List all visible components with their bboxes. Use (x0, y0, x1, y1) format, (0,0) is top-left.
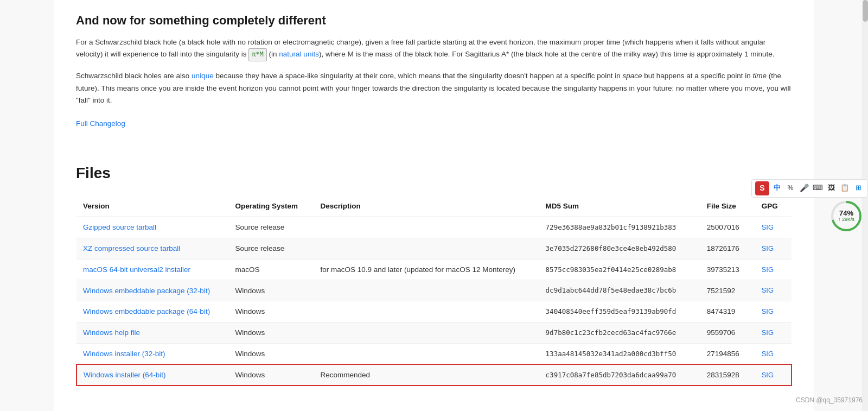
chinese-input-icon[interactable]: 中 (771, 182, 783, 194)
scrollbar-thumb[interactable] (863, 0, 868, 22)
csdn-watermark: CSDN @qq_35971976 (796, 395, 863, 406)
file-version-link[interactable]: Windows installer (32-bit) (83, 350, 165, 358)
files-table: Version Operating System Description MD5… (76, 196, 792, 385)
file-version-link[interactable]: XZ compressed source tarball (83, 244, 180, 252)
space-italic: space (622, 72, 642, 80)
cell-os: Windows (228, 280, 314, 301)
cell-size: 25007016 (700, 217, 755, 238)
table-row: Windows installer (64-bit)WindowsRecomme… (76, 364, 792, 385)
cell-md5: 8575cc983035ea2f0414e25ce0289ab8 (539, 259, 700, 280)
image-icon[interactable]: 🖼 (825, 182, 837, 194)
files-section: Files Version Operating System Descripti… (76, 161, 792, 386)
cell-size: 27194856 (700, 343, 755, 364)
cell-gpg: SIG (755, 301, 792, 323)
cell-description: Recommended (314, 364, 539, 385)
circle-center: 74% ↑ 29K/s (838, 209, 854, 222)
cell-md5: c3917c08a7fe85db7203da6dcaa99a70 (539, 364, 700, 385)
cell-md5: dc9d1abc644dd78f5e48edae38c7bc6b (539, 280, 700, 301)
sogou-icon[interactable]: S (755, 181, 769, 195)
sig-link[interactable]: SIG (762, 244, 774, 252)
files-title: Files (76, 161, 792, 186)
file-version-link[interactable]: Windows help file (83, 328, 140, 337)
sig-link[interactable]: SIG (762, 307, 774, 315)
cell-gpg: SIG (755, 343, 792, 364)
windows-icon[interactable]: ⊞ (852, 182, 864, 194)
file-version-link[interactable]: macOS 64-bit universal2 installer (83, 265, 190, 274)
taskbar-overlay: S 中 % 🎤 ⌨ 🖼 📋 ⊞ 74% ↑ 29K/s (751, 179, 868, 232)
intro-para2: Schwarzschild black holes are also uniqu… (76, 70, 792, 106)
table-row: macOS 64-bit universal2 installermacOSfo… (76, 259, 792, 280)
cell-gpg: SIG (755, 259, 792, 280)
time-italic: time (753, 72, 767, 80)
cell-size: 8474319 (700, 301, 755, 323)
page-container: And now for something completely differe… (54, 0, 814, 411)
cell-version: macOS 64-bit universal2 installer (76, 259, 228, 280)
natural-units-link[interactable]: natural units (279, 50, 319, 58)
cell-md5: 340408540eeff359d5eaf93139ab90fd (539, 301, 700, 323)
taskbar-icons-bar: S 中 % 🎤 ⌨ 🖼 📋 ⊞ (751, 179, 868, 198)
sig-link[interactable]: SIG (762, 350, 774, 358)
table-row: Windows help fileWindows9d7b80c1c23cfb2c… (76, 323, 792, 344)
unique-link[interactable]: unique (192, 72, 214, 80)
cell-os: Source release (228, 238, 314, 259)
cell-size: 39735213 (700, 259, 755, 280)
math-expression: π*M (248, 48, 267, 61)
table-row: Gzipped source tarballSource release729e… (76, 217, 792, 238)
page-heading: And now for something completely differe… (76, 11, 792, 30)
cell-md5: 3e7035d272680f80e3ce4e8eb492d580 (539, 238, 700, 259)
cell-version: Gzipped source tarball (76, 217, 228, 238)
cell-os: Windows (228, 323, 314, 344)
sig-link[interactable]: SIG (762, 328, 774, 337)
table-row: Windows embeddable package (32-bit)Windo… (76, 280, 792, 301)
changelog-section: Full Changelog (76, 117, 792, 145)
cell-description: for macOS 10.9 and later (updated for ma… (314, 259, 539, 280)
intro-para1-in: (in (267, 50, 279, 58)
percent-display: 74% (838, 209, 854, 217)
sig-link[interactable]: SIG (762, 286, 774, 294)
cell-gpg: SIG (755, 238, 792, 259)
cell-description (314, 280, 539, 301)
file-version-link[interactable]: Windows installer (64-bit) (84, 371, 166, 379)
intro-para1: For a Schwarzschild black hole (a black … (76, 36, 792, 61)
file-version-link[interactable]: Windows embeddable package (64-bit) (83, 307, 210, 315)
cell-version: Windows help file (76, 323, 228, 344)
cell-gpg: SIG (755, 323, 792, 344)
cell-gpg: SIG (755, 364, 792, 385)
cell-description (314, 343, 539, 364)
col-header-md5: MD5 Sum (539, 196, 700, 217)
cell-size: 9559706 (700, 323, 755, 344)
table-header-row: Version Operating System Description MD5… (76, 196, 792, 217)
col-header-os: Operating System (228, 196, 314, 217)
cell-md5: 729e36388ae9a832b01cf9138921b383 (539, 217, 700, 238)
cell-size: 18726176 (700, 238, 755, 259)
cell-version: XZ compressed source tarball (76, 238, 228, 259)
cell-version: Windows installer (32-bit) (76, 343, 228, 364)
circle-widget-container: 74% ↑ 29K/s (830, 200, 868, 232)
full-changelog-link[interactable]: Full Changelog (76, 118, 125, 130)
clipboard-icon[interactable]: 📋 (839, 182, 851, 194)
mic-icon[interactable]: 🎤 (798, 182, 810, 194)
file-version-link[interactable]: Windows embeddable package (32-bit) (83, 287, 210, 295)
col-header-description: Description (314, 196, 539, 217)
cell-md5: 133aa48145032e341ad2a000cd3bff50 (539, 343, 700, 364)
table-row: XZ compressed source tarballSource relea… (76, 238, 792, 259)
col-header-version: Version (76, 196, 228, 217)
cell-version: Windows installer (64-bit) (76, 364, 228, 385)
col-header-size: File Size (700, 196, 755, 217)
file-version-link[interactable]: Gzipped source tarball (83, 223, 156, 231)
keyboard-icon[interactable]: ⌨ (812, 182, 824, 194)
cell-md5: 9d7b80c1c23cfb2cecd63ac4fac9766e (539, 323, 700, 344)
intro-para1-rest: ), where M is the mass of the black hole… (319, 50, 775, 58)
percent-icon[interactable]: % (784, 182, 796, 194)
speed-display: ↑ 29K/s (838, 217, 854, 223)
cell-version: Windows embeddable package (32-bit) (76, 280, 228, 301)
sig-link[interactable]: SIG (762, 265, 774, 274)
cell-os: Windows (228, 343, 314, 364)
cell-os: macOS (228, 259, 314, 280)
intro-para2-text1: Schwarzschild black holes are also uniqu… (76, 72, 790, 104)
cell-gpg: SIG (755, 280, 792, 301)
cell-os: Source release (228, 217, 314, 238)
cell-description (314, 217, 539, 238)
cell-description (314, 238, 539, 259)
sig-link[interactable]: SIG (762, 371, 774, 379)
